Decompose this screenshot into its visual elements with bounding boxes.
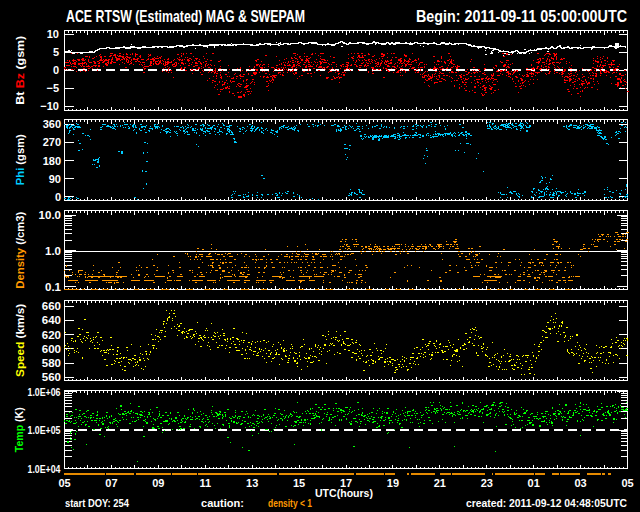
svg-text:09: 09: [152, 477, 164, 489]
svg-text:−5: −5: [46, 82, 59, 94]
svg-text:UTC(hours): UTC(hours): [315, 487, 373, 499]
svg-text:density < 1: density < 1: [268, 497, 312, 509]
svg-text:1.0E+06: 1.0E+06: [28, 387, 61, 398]
svg-text:05: 05: [58, 477, 70, 489]
svg-text:600: 600: [42, 343, 61, 355]
svg-text:5: 5: [53, 46, 59, 58]
svg-text:360: 360: [43, 118, 61, 130]
svg-text:Begin: 2011-09-11 05:00:00UTC: Begin: 2011-09-11 05:00:00UTC: [416, 7, 627, 25]
svg-text:07: 07: [105, 477, 117, 489]
svg-text:03: 03: [574, 477, 586, 489]
svg-text:270: 270: [43, 136, 61, 148]
svg-text:0: 0: [53, 64, 59, 76]
svg-text:1.0E+04: 1.0E+04: [28, 464, 61, 475]
svg-text:start DOY: 254: start DOY: 254: [65, 497, 129, 509]
svg-text:640: 640: [42, 314, 61, 326]
svg-text:caution:: caution:: [201, 497, 244, 509]
svg-text:13: 13: [246, 477, 258, 489]
svg-text:Density (/cm3): Density (/cm3): [14, 211, 26, 288]
svg-text:23: 23: [481, 477, 493, 489]
svg-text:Temp (K): Temp (K): [13, 407, 25, 452]
svg-text:580: 580: [42, 357, 61, 369]
svg-text:10: 10: [47, 28, 59, 40]
svg-text:180: 180: [43, 155, 61, 167]
svg-text:Phi (gsm): Phi (gsm): [14, 134, 26, 185]
svg-text:19: 19: [387, 477, 399, 489]
svg-text:11: 11: [199, 477, 211, 489]
svg-text:created: 2011-09-12 04:48:05UT: created: 2011-09-12 04:48:05UTC: [466, 497, 627, 509]
svg-text:620: 620: [42, 329, 61, 341]
svg-text:0.1: 0.1: [45, 281, 62, 293]
svg-text:ACE RTSW (Estimated) MAG & SWE: ACE RTSW (Estimated) MAG & SWEPAM: [66, 7, 305, 25]
svg-text:560: 560: [42, 371, 61, 383]
svg-text:660: 660: [42, 300, 61, 312]
svg-text:Speed (km/s): Speed (km/s): [14, 304, 26, 377]
svg-text:01: 01: [528, 477, 540, 489]
svg-text:10.0: 10.0: [39, 209, 61, 221]
svg-text:0: 0: [55, 191, 61, 203]
svg-text:−10: −10: [40, 100, 59, 112]
svg-text:90: 90: [49, 173, 61, 185]
svg-text:15: 15: [293, 477, 305, 489]
svg-text:1.0E+05: 1.0E+05: [28, 425, 61, 436]
svg-text:05: 05: [621, 477, 633, 489]
svg-text:1.0: 1.0: [45, 245, 61, 257]
svg-text:21: 21: [434, 477, 446, 489]
svg-text:Bt Bz (gsm): Bt Bz (gsm): [14, 35, 26, 104]
